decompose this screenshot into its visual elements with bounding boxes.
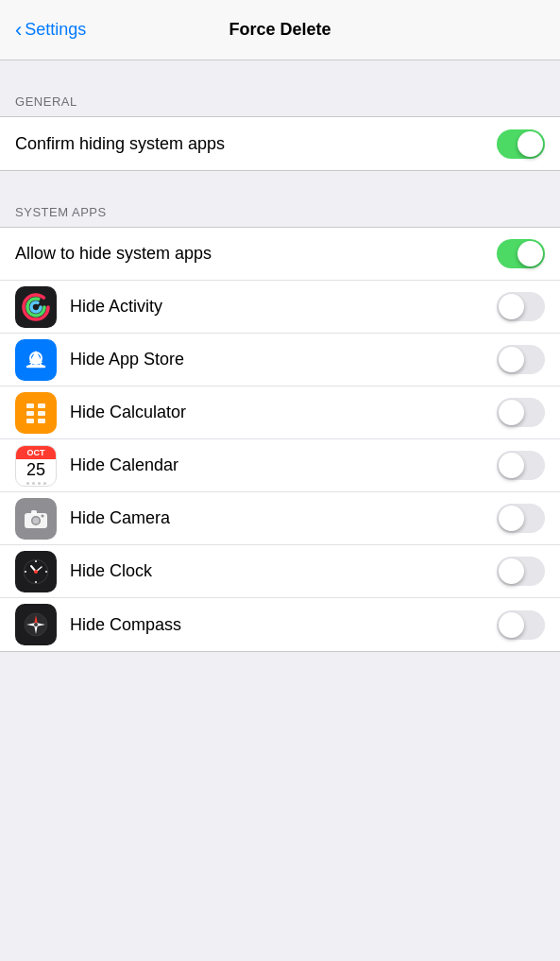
hide-calendar-label: Hide Calendar [70,455,497,475]
hide-camera-toggle[interactable] [497,504,545,533]
chevron-left-icon: ‹ [15,20,22,41]
allow-hide-label: Allow to hide system apps [15,244,497,264]
hide-calculator-toggle[interactable] [497,398,545,427]
toggle-thumb [499,347,524,372]
toggle-track[interactable] [497,292,545,321]
toggle-thumb [499,400,524,425]
row-hide-activity: Hide Activity [0,281,560,334]
general-group: Confirm hiding system apps [0,116,560,171]
svg-rect-16 [31,510,37,514]
row-confirm-hiding: Confirm hiding system apps [0,117,560,170]
clock-icon [15,551,57,592]
svg-point-17 [42,514,44,517]
svg-rect-7 [26,403,34,408]
hide-appstore-toggle[interactable] [497,345,545,374]
confirm-hiding-label: Confirm hiding system apps [15,134,497,154]
row-allow-hide: Allow to hide system apps [0,228,560,281]
toggle-track[interactable] [497,504,545,533]
section-spacer-general [0,60,560,79]
svg-point-22 [35,581,37,583]
calendar-month: OCT [16,446,56,459]
activity-rings-svg [20,291,52,323]
row-hide-appstore: A Hide App Store [0,334,560,386]
section-header-system: SYSTEM APPS [0,190,560,227]
hide-activity-label: Hide Activity [70,297,497,317]
calculator-icon [15,392,57,434]
back-label: Settings [25,20,86,40]
hide-compass-label: Hide Compass [70,615,497,635]
confirm-hiding-toggle[interactable] [497,129,545,159]
camera-icon [15,498,57,540]
svg-point-15 [33,517,40,523]
toggle-track[interactable] [497,610,545,640]
toggle-thumb [499,506,524,531]
navigation-bar: ‹ Settings Force Delete [0,0,560,60]
svg-point-26 [34,570,38,574]
row-hide-clock: Hide Clock [0,545,560,598]
row-hide-camera: Hide Camera [0,492,560,545]
section-header-general: GENERAL [0,79,560,116]
calendar-day: 25 [26,459,45,481]
svg-rect-12 [38,419,45,423]
hide-calendar-toggle[interactable] [497,451,545,480]
hide-activity-toggle[interactable] [497,292,545,321]
hide-clock-label: Hide Clock [70,561,497,581]
calendar-dots [26,482,46,485]
row-hide-calendar: OCT 25 Hide Calendar [0,439,560,492]
svg-point-23 [25,571,26,573]
hide-camera-label: Hide Camera [70,508,497,528]
svg-rect-11 [26,419,34,423]
toggle-track[interactable] [497,129,545,159]
allow-hide-toggle[interactable] [497,239,545,268]
svg-rect-9 [26,411,34,416]
row-hide-calculator: Hide Calculator [0,386,560,439]
back-button[interactable]: ‹ Settings [15,20,86,41]
compass-icon [15,604,57,645]
activity-icon [15,286,57,328]
toggle-thumb [518,131,543,157]
toggle-track[interactable] [497,239,545,268]
calendar-icon: OCT 25 [15,445,57,487]
toggle-thumb [499,453,524,478]
svg-point-32 [34,623,38,626]
svg-point-2 [31,302,41,312]
toggle-track[interactable] [497,398,545,427]
toggle-thumb [499,612,524,638]
system-apps-group: Allow to hide system apps Hide Activity [0,227,560,652]
toggle-thumb [518,241,543,266]
svg-point-20 [35,560,37,562]
toggle-track[interactable] [497,345,545,374]
hide-clock-toggle[interactable] [497,557,545,586]
toggle-track[interactable] [497,451,545,480]
svg-rect-10 [38,411,45,416]
page-title: Force Delete [229,20,331,40]
svg-rect-8 [38,403,45,408]
hide-calculator-label: Hide Calculator [70,403,497,422]
hide-appstore-label: Hide App Store [70,350,497,369]
toggle-track[interactable] [497,557,545,586]
toggle-thumb [499,294,524,319]
row-hide-compass: Hide Compass [0,598,560,651]
toggle-thumb [499,558,524,584]
appstore-icon: A [15,339,57,381]
svg-point-21 [45,571,47,573]
hide-compass-toggle[interactable] [497,610,545,640]
section-spacer-system [0,171,560,190]
